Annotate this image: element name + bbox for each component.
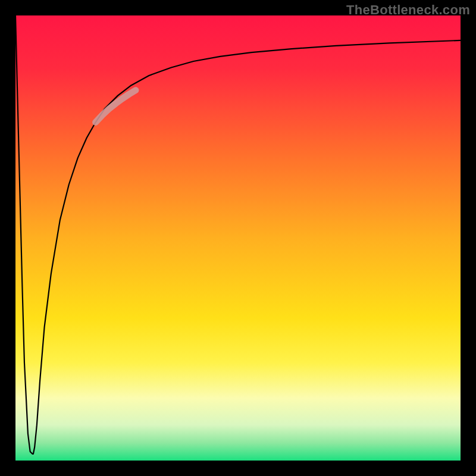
gradient-background [15,15,461,461]
chart-frame: TheBottleneck.com [0,0,476,476]
chart-svg [15,15,461,461]
plot-area [15,15,461,461]
